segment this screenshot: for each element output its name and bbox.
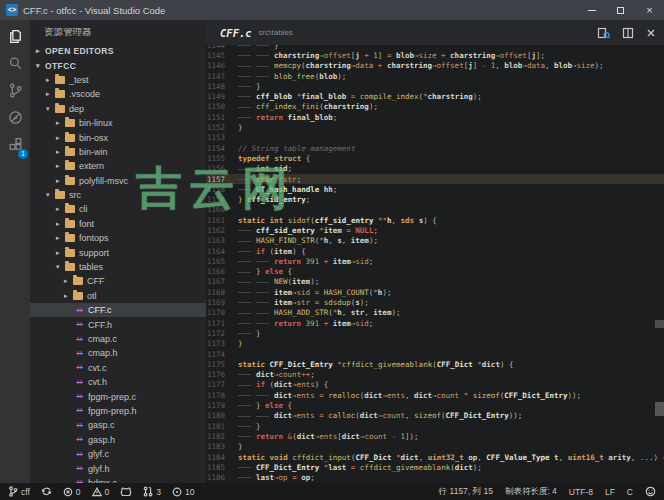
code-line-1164[interactable]: 1164if (item) { [206, 246, 664, 256]
tree-item-glyf.h[interactable]: ++glyf.h [30, 461, 206, 475]
code-line-1150[interactable]: 1150cff_index_fini(charstring); [206, 102, 664, 112]
code-line-1152[interactable]: 1152} [206, 122, 664, 132]
code-line-1170[interactable]: 1170HASH_ADD_STR(*h, str, item); [206, 308, 664, 318]
tree-item-fpgm-prep.h[interactable]: ++fpgm-prep.h [30, 404, 206, 418]
maximize-button[interactable] [606, 0, 635, 20]
tree-section-otfcc[interactable]: ▾OTFCC [30, 58, 206, 72]
code-line-1147[interactable]: 1147blob_free(blob); [206, 71, 664, 81]
tree-item-bin-osx[interactable]: ▸bin-osx [30, 130, 206, 144]
tree-item-cmap.h[interactable]: ++cmap.h [30, 346, 206, 360]
status-lf[interactable]: LF [605, 487, 615, 497]
editor-file-name[interactable]: CFF.c [220, 27, 252, 39]
tree-item-src[interactable]: ▾src [30, 188, 206, 202]
close-editor-icon[interactable] [646, 28, 656, 38]
status-行-1157-列-15[interactable]: 行 1157, 列 15 [439, 486, 493, 498]
tree-item-bin-linux[interactable]: ▸bin-linux [30, 116, 206, 130]
tree-section-open editors[interactable]: ▸OPEN EDITORS [30, 44, 206, 58]
status-issue[interactable]: 10 [172, 487, 194, 497]
tree-item-fpgm-prep.c[interactable]: ++fpgm-prep.c [30, 389, 206, 403]
code-line-1180[interactable]: 1180dict→ents = calloc(dict→count, sizeo… [206, 411, 664, 421]
activitybar-debug-button[interactable] [0, 106, 30, 133]
tree-item-support[interactable]: ▸support [30, 245, 206, 259]
code-line-1177[interactable]: 1177if (dict→ents) { [206, 380, 664, 390]
tree-item-tables[interactable]: ▾tables [30, 260, 206, 274]
code-line-1146[interactable]: 1146memcpy(charstring→data + charstring→… [206, 61, 664, 71]
status-utf-8[interactable]: UTF-8 [569, 487, 593, 497]
code-line-1160[interactable]: 1160 [206, 205, 664, 215]
code-line-1172[interactable]: 1172} [206, 328, 664, 338]
tree-item-cff.h[interactable]: ++CFF.h [30, 317, 206, 331]
tree-item-_test[interactable]: ▸_test [30, 73, 206, 87]
tree-item-extern[interactable]: ▸extern [30, 159, 206, 173]
code-line-1158[interactable]: 1158UT_hash_handle hh; [206, 184, 664, 194]
tree-item-hdmx.c[interactable]: ++hdmx.c [30, 476, 206, 483]
tree-item-polyfill-msvc[interactable]: ▸polyfill-msvc [30, 174, 206, 188]
code-line-1168[interactable]: 1168item→sid = HASH_COUNT(*h); [206, 287, 664, 297]
scrollbar-thumb[interactable] [655, 402, 664, 416]
code-line-1149[interactable]: 1149cff_blob *final_blob = compile_index… [206, 91, 664, 101]
code-line-1153[interactable]: 1153 [206, 133, 664, 143]
tree-item-dep[interactable]: ▾dep [30, 102, 206, 116]
code-line-1163[interactable]: 1163HASH_FIND_STR(*h, s, item); [206, 236, 664, 246]
status-smiley[interactable] [645, 486, 656, 497]
code-line-1155[interactable]: 1155typedef struct { [206, 153, 664, 163]
code-line-1176[interactable]: 1176dict→count++; [206, 370, 664, 380]
code-line-1182[interactable]: 1182return &(dict→ents[dict→count - 1]); [206, 431, 664, 441]
tree-item-gasp.c[interactable]: ++gasp.c [30, 418, 206, 432]
activitybar-extensions-button[interactable]: 1 [0, 133, 30, 160]
tree-item-cli[interactable]: ▸cli [30, 202, 206, 216]
status-warning[interactable]: 0 [92, 487, 110, 497]
tree-item-fontops[interactable]: ▸fontops [30, 231, 206, 245]
status-制表符长度-4[interactable]: 制表符长度: 4 [505, 486, 557, 498]
code-line-1169[interactable]: 1169item→str = sdsdup(s); [206, 297, 664, 307]
code-line-1178[interactable]: 1178dict→ents = realloc(dict→ents, dict→… [206, 390, 664, 400]
scrollbar-mark[interactable] [655, 320, 664, 328]
activitybar-source-control-button[interactable] [0, 79, 30, 106]
tree-item-cff[interactable]: ▸CFF [30, 274, 206, 288]
activitybar-explorer-button[interactable] [0, 25, 30, 52]
tree-item-cmap.c[interactable]: ++cmap.c [30, 332, 206, 346]
status-error[interactable]: 0 [63, 487, 81, 497]
code-line-1185[interactable]: 1185CFF_Dict_Entry *last = cffdict_givem… [206, 462, 664, 472]
code-line-1167[interactable]: 1167NEW(item); [206, 277, 664, 287]
close-button[interactable]: × [635, 0, 664, 20]
code-line-1175[interactable]: 1175static CFF_Dict_Entry *cffdict_givem… [206, 359, 664, 369]
tree-item-otl[interactable]: ▸otl [30, 289, 206, 303]
status-git-branch[interactable]: cff [8, 486, 30, 497]
tree-item-.vscode[interactable]: ▸.vscode [30, 87, 206, 101]
status-pull-request[interactable]: 3 [143, 486, 161, 497]
tree-item-gasp.h[interactable]: ++gasp.h [30, 433, 206, 447]
split-editor-icon[interactable] [622, 27, 634, 39]
open-preview-icon[interactable] [597, 27, 610, 39]
code-line-1165[interactable]: 1165return 391 + item→sid; [206, 256, 664, 266]
code-line-1183[interactable]: 1183} [206, 442, 664, 452]
code-line-1161[interactable]: 1161static int sidof(cff_sid_entry **h, … [206, 215, 664, 225]
code-area[interactable]: 1144}1145charstring→offset[j + 1] = blob… [206, 45, 664, 483]
code-line-1179[interactable]: 1179} else { [206, 400, 664, 410]
status-c[interactable]: C [627, 487, 633, 497]
code-line-1145[interactable]: 1145charstring→offset[j + 1] = blob→size… [206, 50, 664, 60]
code-line-1159[interactable]: 1159} cff_sid_entry; [206, 194, 664, 204]
tree-item-font[interactable]: ▸font [30, 217, 206, 231]
tree-item-bin-win[interactable]: ▸bin-win [30, 145, 206, 159]
minimize-button[interactable] [577, 0, 606, 20]
code-line-1173[interactable]: 1173} [206, 339, 664, 349]
code-line-1184[interactable]: 1184static void cffdict_input(CFF_Dict *… [206, 452, 664, 462]
tree-item-cvt.h[interactable]: ++cvt.h [30, 375, 206, 389]
tree-item-glyf.c[interactable]: ++glyf.c [30, 447, 206, 461]
code-line-1186[interactable]: 1186last→op = op; [206, 472, 664, 482]
tree-item-cvt.c[interactable]: ++cvt.c [30, 361, 206, 375]
code-line-1148[interactable]: 1148} [206, 81, 664, 91]
code-line-1171[interactable]: 1171return 391 + item→sid; [206, 318, 664, 328]
code-line-1151[interactable]: 1151return final_blob; [206, 112, 664, 122]
activitybar-search-button[interactable] [0, 52, 30, 79]
code-line-1181[interactable]: 1181} [206, 421, 664, 431]
code-line-1162[interactable]: 1162cff_sid_entry *item = NULL; [206, 225, 664, 235]
code-line-1157[interactable]: 1157char *str; [206, 174, 664, 184]
code-line-1174[interactable]: 1174 [206, 349, 664, 359]
code-line-1166[interactable]: 1166} else { [206, 267, 664, 277]
code-line-1154[interactable]: 1154// String table management [206, 143, 664, 153]
code-line-1156[interactable]: 1156int sid; [206, 164, 664, 174]
tree-item-cff.c[interactable]: ++CFF.c [30, 303, 206, 317]
status-github[interactable] [120, 486, 132, 497]
